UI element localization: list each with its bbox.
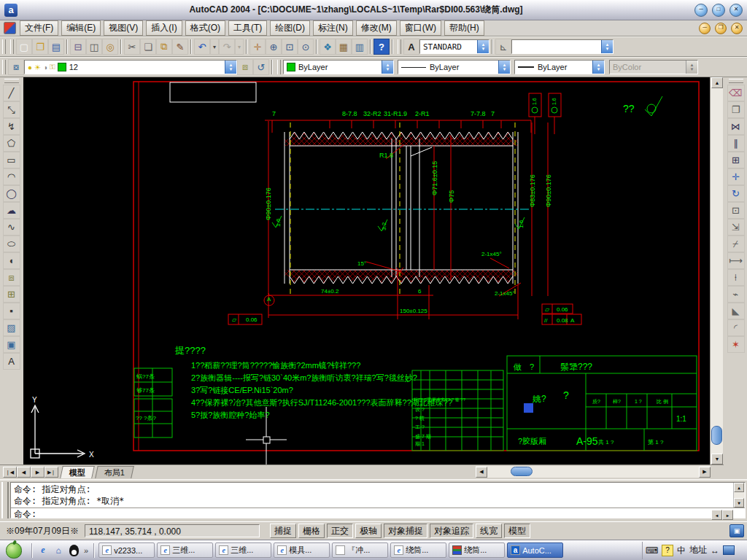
quick-launch-ie-icon[interactable]: e xyxy=(36,544,50,557)
line-icon[interactable]: ╱ xyxy=(3,85,20,101)
region-icon[interactable]: ▣ xyxy=(3,336,20,353)
autocad-app-icon[interactable]: a xyxy=(4,4,18,17)
vertical-scroll-thumb[interactable] xyxy=(711,426,722,445)
command-scroll-down[interactable]: ▼ xyxy=(734,498,744,508)
trim-icon[interactable]: ⌿ xyxy=(727,236,745,252)
menu-e[interactable]: 编辑(E) xyxy=(61,20,101,36)
network-tray-icon[interactable] xyxy=(723,545,735,555)
model-space-canvas[interactable]: 78-7.832-R231-R1.92-R17-7.87R1.8Φ90±0.17… xyxy=(23,77,710,464)
match-properties-button[interactable]: ✎ xyxy=(172,39,188,55)
taskbar-task-button[interactable]: 绕筒... xyxy=(449,542,505,558)
status-toggle-模型[interactable]: 模型 xyxy=(504,524,530,538)
redo-dropdown[interactable]: ▾ xyxy=(235,39,244,55)
linetype-combo-dropdown[interactable]: ▲▼ xyxy=(498,61,510,74)
toolbar-grip[interactable] xyxy=(398,39,401,54)
status-toggle-对象捕捉[interactable]: 对象捕捉 xyxy=(384,524,427,538)
status-toggle-对象追踪[interactable]: 对象追踪 xyxy=(430,524,473,538)
circle-icon[interactable]: ◯ xyxy=(3,185,20,202)
status-toggle-极轴[interactable]: 极轴 xyxy=(355,524,382,538)
undo-button[interactable]: ↶ xyxy=(194,39,210,55)
command-scroll-up[interactable]: ▲ xyxy=(734,483,744,492)
break-at-point-icon[interactable]: ⍿ xyxy=(727,269,745,286)
spline-icon[interactable]: ∿ xyxy=(3,219,20,236)
close-button[interactable]: ✕ xyxy=(729,4,743,17)
taskbar-task-button[interactable]: aAutoC... xyxy=(507,542,563,558)
make-object-layer-current-icon[interactable]: ⧈ xyxy=(237,59,253,75)
horizontal-scrollbar[interactable]: ◀ ▶ xyxy=(476,466,711,478)
paste-button[interactable]: ⧉ xyxy=(156,39,172,55)
layer-thaw-sun-icon[interactable]: ☀ xyxy=(34,63,41,71)
dim-style-combo[interactable]: ▲▼ xyxy=(511,39,614,54)
taskbar-task-button[interactable]: e三维... xyxy=(157,542,213,558)
fillet-icon[interactable]: ◜ xyxy=(727,319,745,336)
pan-button[interactable]: ✛ xyxy=(249,39,266,55)
start-button-apple-icon[interactable] xyxy=(6,542,22,559)
layer-color-swatch[interactable] xyxy=(58,63,66,71)
layer-combo[interactable]: ● ☀ ◑ ⚿ 12 ▲▼ xyxy=(24,60,237,74)
document-window-icon[interactable] xyxy=(4,22,16,34)
rectangle-icon[interactable]: ▭ xyxy=(3,152,20,168)
text-icon[interactable]: A xyxy=(3,353,20,370)
status-toggle-捕捉[interactable]: 捕捉 xyxy=(270,524,296,538)
open-file-button[interactable]: ❐ xyxy=(32,39,48,55)
ime-tray-icon[interactable]: 中 xyxy=(677,546,686,555)
rotate-icon[interactable]: ↻ xyxy=(727,185,745,202)
publish-button[interactable]: ◎ xyxy=(102,39,118,55)
copy-button[interactable]: ❏ xyxy=(140,39,156,55)
tab-last-arrow[interactable]: ▶❘ xyxy=(44,467,58,478)
hatch-icon[interactable]: ▨ xyxy=(3,319,20,336)
zoom-realtime-button[interactable]: ⊕ xyxy=(266,39,282,55)
tab-layout1[interactable]: 布局1 xyxy=(95,466,134,478)
construction-line-icon[interactable]: ⤡ xyxy=(3,101,20,118)
point-icon[interactable]: ▪ xyxy=(3,303,20,319)
command-scroll-right[interactable]: ▶ xyxy=(722,510,733,520)
arc-icon[interactable]: ◠ xyxy=(3,168,20,185)
layer-lock-icon[interactable]: ⚿ xyxy=(50,63,55,71)
make-block-icon[interactable]: ⊞ xyxy=(3,286,20,303)
move-icon[interactable]: ✛ xyxy=(727,168,745,185)
menu-w[interactable]: 窗口(W) xyxy=(400,20,441,36)
zoom-window-button[interactable]: ⊡ xyxy=(282,39,298,55)
scroll-up-arrow[interactable]: ▲ xyxy=(711,77,723,88)
redo-button[interactable]: ↷ xyxy=(219,39,235,55)
designcenter-button[interactable]: ▦ xyxy=(336,39,352,55)
toolbar-grip[interactable] xyxy=(277,60,281,74)
scroll-down-arrow[interactable]: ▼ xyxy=(711,454,723,464)
toolbar-grip[interactable] xyxy=(2,39,6,54)
menu-o[interactable]: 格式(O) xyxy=(185,20,225,36)
cut-button[interactable]: ✂ xyxy=(124,39,140,55)
menu-v[interactable]: 视图(V) xyxy=(104,20,143,36)
save-button[interactable]: ▤ xyxy=(48,39,64,55)
linetype-control-combo[interactable]: ByLayer ▲▼ xyxy=(398,60,511,74)
layer-viewport-freeze-icon[interactable]: ◑ xyxy=(43,63,47,71)
dim-style-icon[interactable]: ⊾ xyxy=(495,39,511,55)
erase-icon[interactable]: ⌫ xyxy=(727,85,745,101)
taskbar-task-button[interactable]: ev2233... xyxy=(98,542,155,558)
address-toolbar-label[interactable]: 地址 xyxy=(689,544,707,556)
tab-first-arrow[interactable]: ❘◀ xyxy=(3,467,17,478)
toolbar-grip[interactable] xyxy=(729,79,743,83)
offset-icon[interactable]: ∥ xyxy=(727,135,745,152)
tab-model[interactable]: 模型 xyxy=(60,466,95,478)
extend-icon[interactable]: ⟼ xyxy=(727,252,745,269)
undo-dropdown[interactable]: ▾ xyxy=(210,39,219,55)
status-toggle-栅格[interactable]: 栅格 xyxy=(298,524,325,538)
taskbar-task-button[interactable]: 『冲... xyxy=(332,542,388,558)
color-combo-dropdown[interactable]: ▲▼ xyxy=(382,61,393,74)
lineweight-control-combo[interactable]: ByLayer ▲▼ xyxy=(514,60,605,74)
command-window-grip[interactable] xyxy=(1,482,9,518)
vertical-scrollbar[interactable]: ▲ ▼ xyxy=(710,77,723,464)
dim-style-combo-dropdown[interactable]: ▲▼ xyxy=(601,40,613,53)
communication-center-icon[interactable]: ▣ xyxy=(729,524,744,537)
print-button[interactable]: ⊟ xyxy=(70,39,86,55)
tab-next-arrow[interactable]: ▶ xyxy=(31,467,44,478)
scroll-right-arrow[interactable]: ▶ xyxy=(699,467,711,478)
command-history[interactable]: 命令: 指定对角点:命令: 指定对角点: *取消* ▲ ▼ xyxy=(11,483,745,508)
chamfer-icon[interactable]: ◣ xyxy=(727,303,745,319)
menu-n[interactable]: 标注(N) xyxy=(313,20,353,36)
quick-launch-show-desktop-icon[interactable]: ⌂ xyxy=(52,544,65,557)
tool-palettes-button[interactable]: ▥ xyxy=(352,39,368,55)
document-close-button[interactable]: ✕ xyxy=(731,23,743,34)
quick-launch-qq-icon[interactable] xyxy=(67,544,80,557)
menu-m[interactable]: 修改(M) xyxy=(356,20,397,36)
